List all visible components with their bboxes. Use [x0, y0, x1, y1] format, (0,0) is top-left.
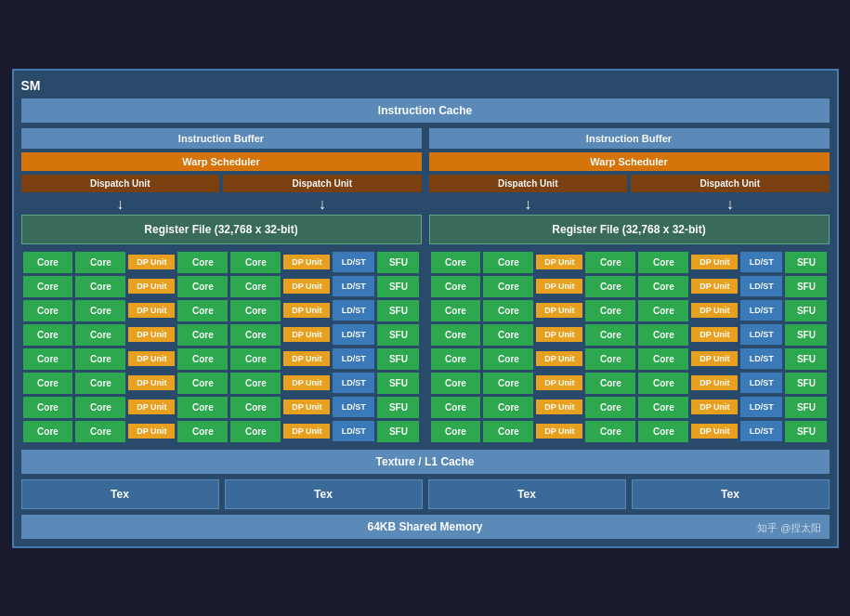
core-cell: Core	[177, 252, 228, 273]
dp-unit-cell: DP Unit	[691, 327, 738, 343]
right-arrow-1: ↓	[429, 196, 628, 213]
right-half: Instruction Buffer Warp Scheduler Dispat…	[429, 128, 830, 444]
ld-st-cell: LD/ST	[333, 324, 374, 345]
core-cell: Core	[431, 300, 481, 321]
core-cell: Core	[585, 276, 635, 297]
dp-unit-cell: DP Unit	[128, 279, 175, 295]
core-row: CoreCoreDP UnitCoreCoreDP UnitLD/STSFU	[431, 300, 828, 321]
core-cell: Core	[638, 348, 688, 370]
core-cell: Core	[585, 421, 635, 442]
core-cell: Core	[431, 397, 481, 418]
ld-st-cell: LD/ST	[333, 252, 374, 272]
dp-unit-cell: DP Unit	[128, 400, 175, 415]
core-cell: Core	[75, 324, 125, 346]
core-row: CoreCoreDP UnitCoreCoreDP UnitLD/STSFU	[23, 300, 420, 321]
sfu-cell: SFU	[785, 324, 827, 346]
bottom-section: Texture / L1 Cache Tex Tex Tex Tex 64KB …	[21, 450, 830, 539]
ld-st-cell: LD/ST	[740, 348, 782, 369]
core-row: CoreCoreDP UnitCoreCoreDP UnitLD/STSFU	[431, 421, 828, 442]
left-half: Instruction Buffer Warp Scheduler Dispat…	[21, 128, 422, 444]
core-cell: Core	[585, 348, 635, 370]
dp-unit-cell: DP Unit	[536, 424, 582, 439]
dp-unit-cell: DP Unit	[128, 303, 175, 319]
tex-row: Tex Tex Tex Tex	[21, 479, 830, 509]
core-row: CoreCoreDP UnitCoreCoreDP UnitLD/STSFU	[23, 421, 420, 442]
core-cell: Core	[23, 252, 73, 273]
ld-st-cell: LD/ST	[740, 324, 782, 345]
core-row: CoreCoreDP UnitCoreCoreDP UnitLD/STSFU	[431, 324, 828, 346]
dp-unit-cell: DP Unit	[283, 351, 330, 367]
core-cell: Core	[431, 421, 481, 442]
right-dispatch-row: Dispatch Unit Dispatch Unit	[429, 175, 830, 192]
left-dispatch-unit-1: Dispatch Unit	[21, 175, 220, 192]
sfu-cell: SFU	[377, 373, 419, 394]
dp-unit-cell: DP Unit	[128, 327, 175, 343]
ld-st-cell: LD/ST	[740, 421, 782, 441]
core-cell: Core	[75, 397, 125, 418]
two-halves: Instruction Buffer Warp Scheduler Dispat…	[21, 128, 830, 444]
sfu-cell: SFU	[377, 421, 419, 442]
dp-unit-cell: DP Unit	[536, 255, 582, 270]
core-cell: Core	[483, 348, 533, 370]
core-row: CoreCoreDP UnitCoreCoreDP UnitLD/STSFU	[431, 373, 828, 394]
core-cell: Core	[638, 373, 688, 394]
core-cell: Core	[431, 252, 481, 273]
right-arrow-2: ↓	[631, 196, 830, 213]
sfu-cell: SFU	[785, 276, 827, 297]
core-cell: Core	[23, 421, 73, 442]
ld-st-cell: LD/ST	[333, 373, 374, 393]
ld-st-cell: LD/ST	[333, 276, 374, 296]
core-cell: Core	[177, 300, 228, 321]
right-warp-scheduler: Warp Scheduler	[429, 152, 830, 171]
core-cell: Core	[483, 397, 533, 418]
core-cell: Core	[585, 300, 635, 321]
core-cell: Core	[230, 348, 281, 370]
sfu-cell: SFU	[377, 397, 419, 418]
core-row: CoreCoreDP UnitCoreCoreDP UnitLD/STSFU	[23, 348, 420, 370]
core-cell: Core	[483, 252, 533, 273]
core-cell: Core	[483, 276, 533, 297]
dp-unit-cell: DP Unit	[691, 279, 738, 295]
sfu-cell: SFU	[785, 348, 827, 370]
core-cell: Core	[230, 397, 281, 418]
left-instruction-buffer: Instruction Buffer	[21, 128, 422, 149]
shared-memory: 64KB Shared Memory	[21, 515, 830, 539]
core-cell: Core	[177, 276, 228, 297]
dp-unit-cell: DP Unit	[536, 375, 582, 391]
core-cell: Core	[230, 300, 281, 321]
left-dispatch-row: Dispatch Unit Dispatch Unit	[21, 175, 422, 192]
core-cell: Core	[177, 421, 228, 442]
sfu-cell: SFU	[785, 373, 827, 394]
dp-unit-cell: DP Unit	[536, 279, 582, 295]
core-cell: Core	[483, 373, 533, 394]
core-cell: Core	[431, 373, 481, 394]
core-row: CoreCoreDP UnitCoreCoreDP UnitLD/STSFU	[23, 373, 420, 394]
core-cell: Core	[23, 300, 73, 321]
core-cell: Core	[638, 276, 688, 297]
tex-unit-4: Tex	[632, 479, 830, 509]
core-cell: Core	[638, 300, 688, 321]
dp-unit-cell: DP Unit	[536, 327, 582, 343]
core-cell: Core	[75, 421, 125, 442]
core-cell: Core	[230, 324, 281, 346]
dp-unit-cell: DP Unit	[691, 351, 738, 367]
dp-unit-cell: DP Unit	[283, 255, 330, 270]
right-register-file: Register File (32,768 x 32-bit)	[429, 215, 830, 244]
core-row: CoreCoreDP UnitCoreCoreDP UnitLD/STSFU	[431, 252, 828, 273]
dp-unit-cell: DP Unit	[536, 303, 582, 319]
core-cell: Core	[431, 276, 481, 297]
sfu-cell: SFU	[377, 276, 419, 297]
core-cell: Core	[177, 373, 228, 394]
dp-unit-cell: DP Unit	[691, 424, 738, 439]
dp-unit-cell: DP Unit	[128, 424, 175, 439]
core-cell: Core	[638, 252, 688, 273]
core-cell: Core	[638, 397, 688, 418]
watermark: 知乎 @捏太阳	[757, 521, 821, 535]
core-cell: Core	[177, 397, 228, 418]
core-cell: Core	[23, 348, 73, 370]
core-cell: Core	[75, 373, 125, 394]
sm-label: SM	[21, 78, 830, 93]
left-arrow-2: ↓	[223, 196, 422, 213]
core-cell: Core	[75, 300, 125, 321]
right-cores-grid: CoreCoreDP UnitCoreCoreDP UnitLD/STSFUCo…	[429, 250, 830, 444]
